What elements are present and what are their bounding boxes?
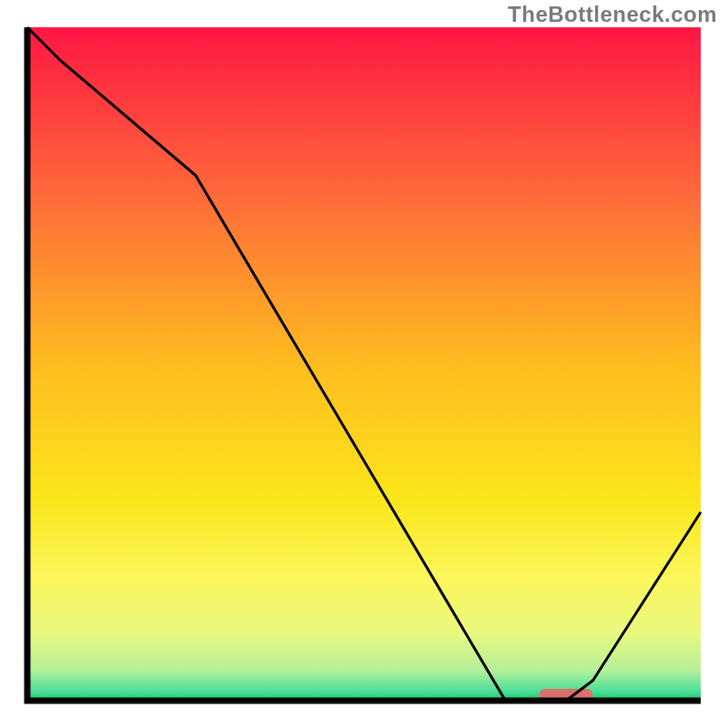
- bottleneck-chart: [0, 0, 728, 728]
- watermark-text: TheBottleneck.com: [508, 2, 717, 27]
- plot-background: [27, 27, 701, 701]
- chart-container: TheBottleneck.com: [0, 0, 728, 728]
